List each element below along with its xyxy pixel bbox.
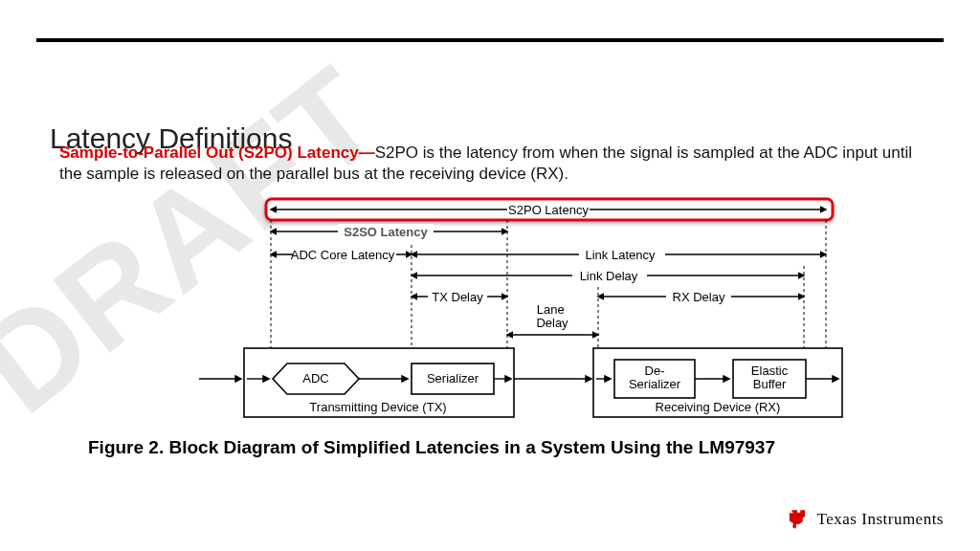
rx-delay-label: RX Delay xyxy=(673,290,725,304)
s2so-label: S2SO Latency xyxy=(344,225,428,239)
link-delay-label: Link Delay xyxy=(580,269,638,283)
link-latency-label: Link Latency xyxy=(586,248,656,262)
ti-logo: Texas Instruments xyxy=(785,507,944,532)
tx-delay-label: TX Delay xyxy=(432,290,483,304)
tx-label: Transmitting Device (TX) xyxy=(309,400,446,414)
svg-point-33 xyxy=(791,512,792,514)
link-delay-span: Link Delay xyxy=(412,268,804,283)
lane-delay-label-2: Delay xyxy=(536,316,568,330)
svg-text:Lane
      Delay: Lane Delay xyxy=(536,302,568,330)
rx-delay-span: RX Delay xyxy=(598,289,804,304)
adc-core-span: ADC Core Latency xyxy=(271,247,412,262)
adc-label: ADC xyxy=(302,371,328,386)
link-latency-span: Link Latency xyxy=(412,247,826,262)
tx-delay-span: TX Delay xyxy=(412,289,507,304)
s2po-span: S2PO Latency xyxy=(266,199,833,220)
lane-delay-label-1: Lane xyxy=(537,302,565,317)
s2so-span: S2SO Latency xyxy=(271,224,507,239)
rx-label: Receiving Device (RX) xyxy=(656,400,781,414)
lane-delay-span: Lane Delay xyxy=(507,302,598,335)
figure-caption: Figure 2. Block Diagram of Simplified La… xyxy=(88,437,775,458)
tx-device: Transmitting Device (TX) ADC Serializer xyxy=(244,348,514,417)
brand-name: Texas Instruments xyxy=(817,510,944,529)
rx-device: Receiving Device (RX) De-Serializer Elas… xyxy=(593,348,842,417)
svg-text:ElasticBuffer: ElasticBuffer xyxy=(751,364,789,391)
latency-diagram: S2PO Latency S2SO Latency ADC Core Laten… xyxy=(0,191,980,440)
s2po-label: S2PO Latency xyxy=(508,203,589,217)
term-label: Sample-to-Parallel Out (S2PO) Latency— xyxy=(59,143,375,162)
top-rule xyxy=(36,38,944,42)
serializer-label: Serializer xyxy=(427,371,479,386)
adc-core-label: ADC Core Latency xyxy=(291,248,395,262)
ti-chip-icon xyxy=(785,507,810,532)
definition-text: Sample-to-Parallel Out (S2PO) Latency—S2… xyxy=(59,143,932,185)
